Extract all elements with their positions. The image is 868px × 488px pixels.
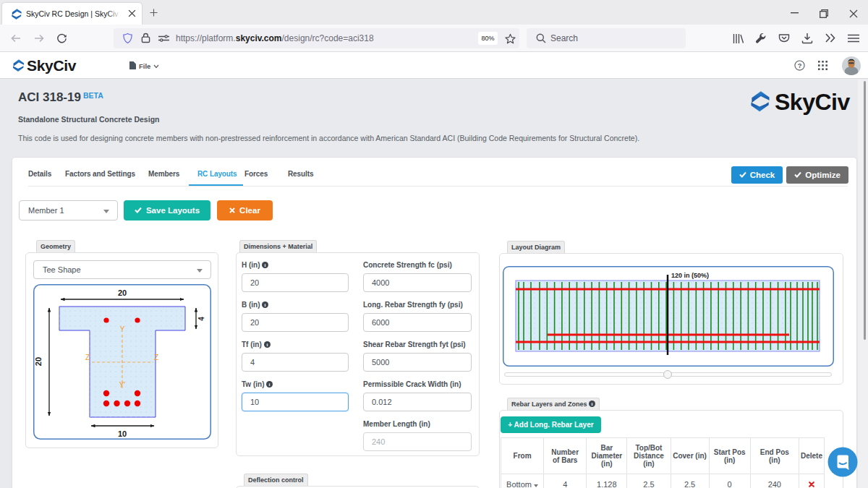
svg-text:Y: Y — [120, 325, 125, 333]
svg-text:Z: Z — [85, 354, 90, 361]
svg-text:20: 20 — [118, 288, 127, 297]
svg-text:Y': Y' — [119, 381, 126, 389]
svg-text:i: i — [266, 342, 268, 347]
svg-text:i: i — [265, 302, 266, 307]
svg-text:20: 20 — [34, 357, 43, 366]
svg-text:i: i — [265, 262, 266, 267]
svg-text:10: 10 — [118, 429, 127, 438]
svg-text:i: i — [592, 401, 593, 406]
svg-text:?: ? — [798, 62, 802, 69]
svg-text:i: i — [269, 382, 271, 387]
svg-text:4: 4 — [197, 317, 205, 321]
svg-text:120 in (50%): 120 in (50%) — [671, 272, 709, 279]
svg-text:Z: Z — [154, 354, 158, 361]
